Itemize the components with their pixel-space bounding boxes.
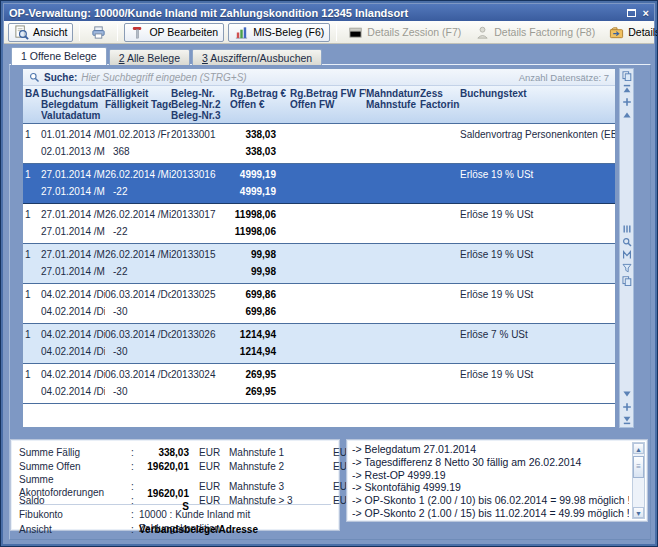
toolbar-separator [117, 24, 118, 41]
column-header-belegnr[interactable]: Beleg-Nr.Beleg-Nr.2Beleg-Nr.3 [171, 88, 230, 121]
scrollbar-track[interactable]: ≡ [633, 454, 644, 507]
column-header-zession[interactable]: ZessFactoring [420, 88, 460, 121]
table-row[interactable]: 127.01.2014 /Mo27.01.2014 /Mo26.02.2014 … [23, 244, 615, 284]
faelligkeit-cell: 06.03.2014 /Do-30 [105, 367, 171, 403]
column-header-ba[interactable]: BA [25, 88, 41, 121]
open-items-grid: Suche: Hier Suchbegriff eingeben (STRG+S… [22, 68, 616, 428]
summary-label: Summe Offen [19, 460, 131, 473]
ba-cell: 1 [25, 127, 41, 163]
table-row[interactable]: 104.02.2014 /Di04.02.2014 /Di06.03.2014 … [23, 364, 615, 404]
zession-cell [420, 207, 460, 243]
bar-chart-icon [234, 25, 249, 40]
search-label: Suche: [44, 72, 77, 83]
table-row[interactable]: 104.02.2014 /Di04.02.2014 /Di06.03.2014 … [23, 324, 615, 364]
info-lines: -> Belegdatum 27.01.2014-> Tagesdifferen… [352, 443, 629, 520]
mahnung-cell [366, 287, 420, 323]
toolbar-button-ansicht[interactable]: Ansicht [8, 23, 73, 42]
buchungstext-cell: Saldenvortrag Personenkonten (EB) [460, 127, 615, 163]
summary-currency: EUR [189, 494, 229, 507]
columns-icon[interactable] [622, 224, 632, 234]
plus-icon[interactable] [622, 402, 632, 412]
fibukonto-row: Fibukonto : 10000 : Kunde Inland mit Zah… [19, 508, 331, 523]
toolbar-button-op-bearbeiten[interactable]: OP Bearbeiten [124, 23, 224, 42]
mahnung-cell [366, 367, 420, 403]
summary-row: Summe Offen:19620,01EURMahnstufe 2EUR [19, 459, 331, 473]
belegnr-cell: 20133026 [171, 327, 230, 363]
mahnstufe-label: Mahnstufe 2 [229, 460, 333, 473]
ansicht-value: Verbandsbelege/Adresse [139, 523, 331, 538]
summary-rows: Summe Fällig:338,03EURMahnstufe 1EURSumm… [19, 445, 331, 501]
scroll-up-icon[interactable] [622, 110, 632, 120]
toolbar-button-mis-beleg[interactable]: MIS-Beleg (F6) [228, 23, 330, 42]
close-icon[interactable]: × [643, 8, 649, 18]
tab-2[interactable]: 2 Alle Belege [109, 49, 190, 65]
betrag-cell: 699,86699,86 [230, 287, 290, 323]
window-title: OP-Verwaltung: 10000/Kunde Inland mit Za… [9, 7, 627, 19]
faelligkeit-cell: 26.02.2014 /Mi-22 [105, 167, 171, 203]
plus-icon[interactable] [622, 97, 632, 107]
zoom-icon[interactable] [622, 237, 632, 247]
info-line: -> Skontofähig 4999.19 [352, 481, 629, 494]
search-input[interactable]: Hier Suchbegriff eingeben (STRG+S) [81, 72, 514, 83]
zession-cell [420, 167, 460, 203]
search-bar[interactable]: Suche: Hier Suchbegriff eingeben (STRG+S… [23, 69, 615, 86]
zession-cell [420, 247, 460, 283]
betrag-cell: 4999,194999,19 [230, 167, 290, 203]
scroll-to-top-icon[interactable] [622, 84, 632, 94]
faelligkeit-cell: 06.03.2014 /Do-30 [105, 327, 171, 363]
betrag-fw-cell [290, 207, 366, 243]
scroll-down-icon[interactable]: ▼ [633, 507, 644, 518]
copy-pages-icon[interactable] [622, 71, 632, 81]
restore-window-icon[interactable] [627, 9, 636, 17]
toolbar-separator [336, 24, 337, 41]
betrag-cell: 11998,0611998,06 [230, 207, 290, 243]
scroll-to-bottom-icon[interactable] [622, 415, 632, 425]
belegnr-cell: 20133024 [171, 367, 230, 403]
summary-label: Summe Fällig [19, 446, 131, 459]
info-line: -> OP-Skonto 2 (1.00 / 15) bis 11.02.201… [352, 507, 629, 520]
view-magnifier-icon [14, 25, 29, 40]
scrollbar-thumb[interactable]: ≡ [633, 456, 644, 478]
mahnstufe-label: Mahnstufe 3 [229, 480, 333, 493]
toolbar-button-details-factoring[interactable]: Details Factoring (F8) [470, 23, 600, 42]
mahnung-cell [366, 247, 420, 283]
table-row[interactable]: 101.01.2014 /Mi02.01.2013 /Mi01.02.2013 … [23, 124, 615, 164]
datum-cell: 04.02.2014 /Di04.02.2014 /Di [41, 287, 105, 323]
datum-cell: 04.02.2014 /Di04.02.2014 /Di [41, 367, 105, 403]
summary-row: Summe Akontoforderungen:EURMahnstufe 3EU… [19, 473, 331, 487]
scroll-down-icon[interactable] [622, 389, 632, 399]
scroll-up-icon[interactable]: ▲ [633, 443, 644, 454]
table-row[interactable]: 104.02.2014 /Di04.02.2014 /Di06.03.2014 … [23, 284, 615, 324]
side-strip-middle [622, 224, 632, 286]
toolbar-button-print[interactable] [86, 23, 111, 42]
column-header-betrag[interactable]: Rg.Betrag €Offen € [230, 88, 290, 121]
summary-currency: EUR [189, 446, 229, 459]
column-header-betrag-fw[interactable]: Rg.Betrag FW FWEOffen FW [290, 88, 366, 121]
copy-pages-icon[interactable] [622, 276, 632, 286]
belegnr-cell: 20133017 [171, 207, 230, 243]
column-header-datum[interactable]: BuchungsdatumBelegdatumValutadatum [41, 88, 105, 121]
toolbar-button-details[interactable]: Details (F9) [604, 23, 658, 42]
toolbar-button-details-zession[interactable]: Details Zession (F7) [343, 23, 466, 42]
column-header-mahnung[interactable]: MahndatumMahnstufe [366, 88, 420, 121]
betrag-cell: 338,03338,03 [230, 127, 290, 163]
grid-side-toolbar [619, 68, 634, 428]
details-person-icon [475, 25, 490, 40]
mahnung-cell [366, 167, 420, 203]
tab-1[interactable]: 1 Offene Belege [11, 47, 107, 65]
ba-cell: 1 [25, 247, 41, 283]
column-header-buchungstext[interactable]: Buchungstext [460, 88, 615, 121]
table-row[interactable]: 127.01.2014 /Mo27.01.2014 /Mo26.02.2014 … [23, 204, 615, 244]
info-scrollbar[interactable]: ▲ ≡ ▼ [632, 442, 645, 519]
m-badge-icon[interactable] [622, 250, 632, 260]
betrag-cell: 269,95269,95 [230, 367, 290, 403]
table-row[interactable]: 127.01.2014 /Mo27.01.2014 /Mo26.02.2014 … [23, 164, 615, 204]
summary-colon: : [131, 460, 139, 473]
filter-icon[interactable] [622, 263, 632, 273]
tab-bar: 1 Offene Belege2 Alle Belege3 Ausziffern… [11, 47, 324, 65]
faelligkeit-cell: 26.02.2014 /Mi-22 [105, 247, 171, 283]
column-header-faelligkeit[interactable]: FälligkeitFälligkeit Tage [105, 88, 171, 121]
faelligkeit-cell: 06.03.2014 /Do-30 [105, 287, 171, 323]
tab-3[interactable]: 3 Ausziffern/Ausbuchen [192, 49, 322, 65]
buchungstext-cell: Erlöse 19 % USt [460, 287, 615, 323]
